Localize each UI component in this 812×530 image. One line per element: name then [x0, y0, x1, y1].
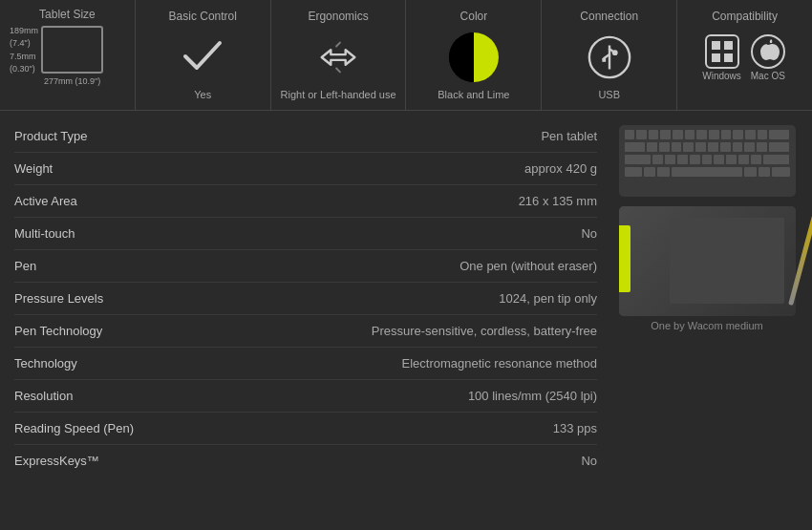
windows-icon: [703, 32, 741, 71]
kb-key: [665, 155, 675, 164]
depth-dim-1: 7.5mm: [10, 52, 38, 61]
nav-sublabel-ergonomics: Right or Left-handed use: [281, 89, 396, 100]
kb-key: [636, 130, 647, 139]
nav-item-basic-control[interactable]: Basic Control Yes: [136, 0, 271, 110]
svg-point-4: [612, 50, 618, 55]
kb-key: [702, 155, 713, 164]
kb-key: [652, 155, 663, 164]
kb-key: [726, 155, 737, 164]
spec-label: Reading Speed (Pen): [14, 421, 134, 435]
kb-key: [721, 130, 732, 139]
color-circle: [449, 32, 499, 82]
kb-key: [738, 155, 749, 164]
kb-key: [751, 155, 761, 164]
basic-control-icon-area: [180, 31, 225, 83]
kb-key: [696, 130, 707, 139]
kb-key: [772, 167, 790, 177]
usb-icon-area: [587, 31, 632, 83]
kb-key: [625, 167, 643, 177]
kb-key: [649, 130, 659, 139]
tablet-size-visual: 189mm (7.4") 7.5mm (0.30") 277mm (10.9"): [5, 26, 130, 86]
svg-rect-8: [724, 41, 733, 50]
kb-key: [695, 142, 706, 152]
kb-key: [625, 130, 635, 139]
tablet-size-rect: [41, 26, 103, 74]
product-caption: One by Wacom medium: [651, 320, 763, 331]
nav-item-tablet-size[interactable]: Tablet Size 189mm (7.4") 7.5mm (0.30") 2…: [0, 0, 136, 110]
kb-key: [685, 130, 695, 139]
spec-row: Active Area 216 x 135 mm: [14, 185, 597, 218]
nav-item-connection[interactable]: Connection USB: [542, 0, 677, 110]
compat-icons-area: Windows Mac OS: [702, 31, 787, 83]
spec-value: No: [581, 226, 597, 241]
spec-row: Multi-touch No: [14, 218, 597, 250]
kb-key: [733, 142, 743, 152]
spec-value: approx 420 g: [524, 161, 597, 176]
kb-key: [625, 155, 651, 164]
specs-table: Product Type Pen tablet Weight approx 42…: [0, 120, 611, 477]
spec-label: Pressure Levels: [14, 291, 103, 306]
kb-key: [763, 155, 789, 164]
kb-key: [660, 130, 671, 139]
spec-value: 1024, pen tip only: [499, 291, 597, 306]
spec-value: One pen (without eraser): [459, 259, 597, 273]
kb-row-2: [625, 142, 790, 152]
nav-label-basic-control: Basic Control: [169, 10, 237, 23]
svg-rect-9: [712, 53, 720, 62]
spec-row: Pen One pen (without eraser): [14, 250, 597, 283]
spec-value: No: [581, 454, 597, 468]
kb-key: [672, 142, 682, 152]
keyboard-illustration: [619, 125, 796, 197]
spec-row: ExpressKeys™ No: [14, 445, 597, 477]
top-nav: Tablet Size 189mm (7.4") 7.5mm (0.30") 2…: [0, 0, 812, 111]
kb-key: [759, 167, 770, 177]
spec-row: Reading Speed (Pen) 133 pps: [14, 413, 597, 445]
kb-key: [758, 130, 768, 139]
main-content: Product Type Pen tablet Weight approx 42…: [0, 111, 812, 486]
kb-key: [625, 142, 646, 152]
spec-value: Pressure-sensitive, cordless, battery-fr…: [372, 324, 597, 338]
nav-item-compatibility[interactable]: Compatibility Windows: [677, 0, 812, 110]
tablet-side-bar: [619, 225, 630, 292]
tablet-product-container: One by Wacom medium: [619, 206, 796, 331]
spec-row: Resolution 100 lines/mm (2540 lpi): [14, 380, 597, 413]
spec-value: Pen tablet: [541, 129, 597, 143]
kb-key: [647, 142, 657, 152]
svg-rect-10: [724, 53, 733, 62]
kb-key: [757, 142, 767, 152]
spec-label: Active Area: [14, 194, 77, 208]
nav-sublabel-basic-control: Yes: [194, 89, 211, 100]
kb-key: [709, 130, 719, 139]
nav-label-color: Color: [460, 10, 488, 23]
kb-key: [683, 142, 694, 152]
nav-sublabel-color: Black and Lime: [438, 89, 509, 100]
kb-key: [769, 130, 789, 139]
tablet-active-area: [670, 218, 784, 304]
spec-value: 100 lines/mm (2540 lpi): [468, 389, 597, 403]
svg-rect-7: [712, 41, 720, 50]
nav-item-ergonomics[interactable]: Ergonomics Right or Left-handed use: [271, 0, 407, 110]
tablet-body: [619, 206, 796, 316]
nav-item-color[interactable]: Color Black and Lime: [406, 0, 542, 110]
kb-key: [769, 142, 790, 152]
ergonomics-icon-area: [314, 31, 362, 83]
kb-key: [657, 167, 669, 177]
kb-key: [644, 167, 655, 177]
apple-icon: [749, 32, 787, 71]
color-circle-left: [449, 32, 474, 82]
spec-value: Electromagnetic resonance method: [401, 356, 597, 371]
nav-label-compatibility: Compatibility: [712, 10, 778, 23]
right-panel: One by Wacom medium: [611, 120, 812, 477]
nav-label-connection: Connection: [580, 10, 638, 23]
color-circle-right: [474, 32, 499, 82]
spec-label: Resolution: [14, 389, 73, 403]
nav-sublabel-connection: USB: [598, 89, 620, 100]
spec-label: Multi-touch: [14, 226, 75, 241]
kb-key: [673, 130, 683, 139]
spec-value: 133 pps: [553, 421, 597, 435]
kb-row-3: [625, 155, 790, 164]
spec-row: Pressure Levels 1024, pen tip only: [14, 283, 597, 315]
spec-label: Technology: [14, 356, 77, 371]
kb-key: [659, 142, 670, 152]
compat-icons: Windows Mac OS: [702, 32, 787, 81]
